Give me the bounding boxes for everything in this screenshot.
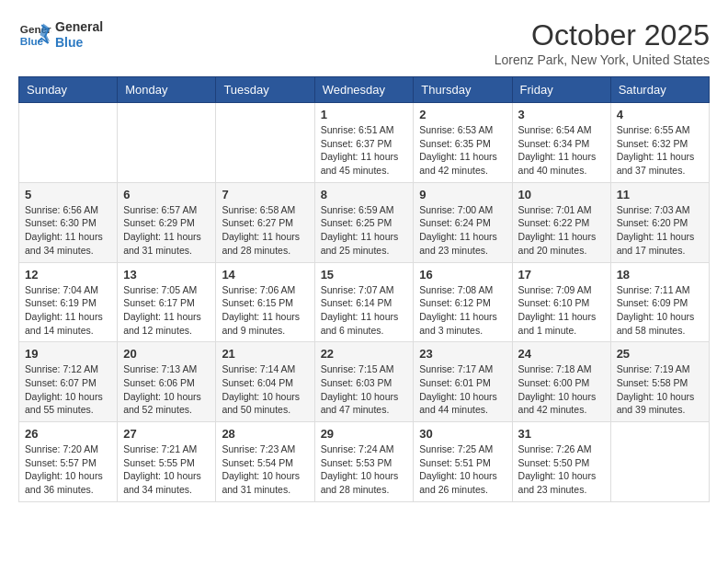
day-info: Sunrise: 6:57 AM Sunset: 6:29 PM Dayligh…	[123, 203, 210, 258]
day-info: Sunrise: 7:20 AM Sunset: 5:57 PM Dayligh…	[25, 442, 111, 497]
day-info: Sunrise: 7:03 AM Sunset: 6:20 PM Dayligh…	[617, 203, 703, 258]
weekday-header-tuesday: Tuesday	[216, 77, 314, 103]
calendar-cell: 28Sunrise: 7:23 AM Sunset: 5:54 PM Dayli…	[216, 422, 314, 502]
day-info: Sunrise: 6:58 AM Sunset: 6:27 PM Dayligh…	[222, 203, 308, 258]
calendar-cell: 25Sunrise: 7:19 AM Sunset: 5:58 PM Dayli…	[610, 342, 709, 422]
weekday-header-sunday: Sunday	[19, 77, 118, 103]
day-number: 6	[123, 188, 210, 201]
calendar-cell: 20Sunrise: 7:13 AM Sunset: 6:06 PM Dayli…	[118, 342, 216, 422]
day-number: 25	[617, 347, 703, 361]
page-header: General Blue General Blue October 2025 L…	[18, 18, 710, 67]
day-number: 22	[321, 347, 408, 361]
day-number: 10	[518, 188, 605, 201]
calendar-cell: 10Sunrise: 7:01 AM Sunset: 6:22 PM Dayli…	[512, 182, 610, 262]
day-info: Sunrise: 6:51 AM Sunset: 6:37 PM Dayligh…	[321, 123, 408, 178]
day-info: Sunrise: 7:19 AM Sunset: 5:58 PM Dayligh…	[617, 362, 703, 417]
calendar-table: SundayMondayTuesdayWednesdayThursdayFrid…	[18, 76, 710, 502]
calendar-cell: 27Sunrise: 7:21 AM Sunset: 5:55 PM Dayli…	[118, 422, 216, 502]
day-number: 30	[419, 427, 506, 441]
day-number: 19	[25, 347, 111, 361]
day-info: Sunrise: 6:59 AM Sunset: 6:25 PM Dayligh…	[321, 203, 408, 258]
weekday-header-friday: Friday	[512, 77, 610, 103]
calendar-cell: 14Sunrise: 7:06 AM Sunset: 6:15 PM Dayli…	[216, 262, 314, 342]
calendar-week-row: 19Sunrise: 7:12 AM Sunset: 6:07 PM Dayli…	[19, 342, 710, 422]
calendar-cell: 5Sunrise: 6:56 AM Sunset: 6:30 PM Daylig…	[19, 182, 118, 262]
calendar-cell: 15Sunrise: 7:07 AM Sunset: 6:14 PM Dayli…	[314, 262, 414, 342]
calendar-cell: 21Sunrise: 7:14 AM Sunset: 6:04 PM Dayli…	[216, 342, 314, 422]
day-number: 31	[518, 427, 605, 441]
day-number: 9	[419, 188, 506, 201]
day-number: 16	[419, 268, 506, 282]
calendar-cell: 2Sunrise: 6:53 AM Sunset: 6:35 PM Daylig…	[414, 103, 512, 183]
calendar-cell: 6Sunrise: 6:57 AM Sunset: 6:29 PM Daylig…	[118, 182, 216, 262]
day-info: Sunrise: 6:54 AM Sunset: 6:34 PM Dayligh…	[518, 123, 605, 178]
month-title: October 2025	[495, 18, 710, 52]
day-number: 18	[617, 268, 703, 282]
day-number: 21	[222, 347, 308, 361]
day-info: Sunrise: 7:09 AM Sunset: 6:10 PM Dayligh…	[518, 283, 605, 338]
day-number: 5	[25, 188, 111, 201]
calendar-cell: 26Sunrise: 7:20 AM Sunset: 5:57 PM Dayli…	[19, 422, 118, 502]
logo: General Blue General Blue	[18, 18, 103, 52]
day-number: 11	[617, 188, 703, 201]
day-number: 14	[222, 268, 308, 282]
calendar-cell: 23Sunrise: 7:17 AM Sunset: 6:01 PM Dayli…	[414, 342, 512, 422]
day-number: 26	[25, 427, 111, 441]
day-number: 24	[518, 347, 605, 361]
day-info: Sunrise: 7:13 AM Sunset: 6:06 PM Dayligh…	[123, 362, 210, 417]
logo-text: General Blue	[55, 19, 103, 51]
calendar-cell: 3Sunrise: 6:54 AM Sunset: 6:34 PM Daylig…	[512, 103, 610, 183]
day-number: 8	[321, 188, 408, 201]
calendar-week-row: 5Sunrise: 6:56 AM Sunset: 6:30 PM Daylig…	[19, 182, 710, 262]
location: Lorenz Park, New York, United States	[495, 52, 710, 67]
day-info: Sunrise: 7:23 AM Sunset: 5:54 PM Dayligh…	[222, 442, 308, 497]
calendar-cell: 7Sunrise: 6:58 AM Sunset: 6:27 PM Daylig…	[216, 182, 314, 262]
calendar-cell: 19Sunrise: 7:12 AM Sunset: 6:07 PM Dayli…	[19, 342, 118, 422]
calendar-cell: 4Sunrise: 6:55 AM Sunset: 6:32 PM Daylig…	[610, 103, 709, 183]
weekday-header-saturday: Saturday	[610, 77, 709, 103]
day-info: Sunrise: 7:00 AM Sunset: 6:24 PM Dayligh…	[419, 203, 506, 258]
calendar-cell: 18Sunrise: 7:11 AM Sunset: 6:09 PM Dayli…	[610, 262, 709, 342]
weekday-header-row: SundayMondayTuesdayWednesdayThursdayFrid…	[19, 77, 710, 103]
day-number: 1	[321, 108, 408, 121]
calendar-cell	[118, 103, 216, 183]
calendar-week-row: 1Sunrise: 6:51 AM Sunset: 6:37 PM Daylig…	[19, 103, 710, 183]
day-info: Sunrise: 7:08 AM Sunset: 6:12 PM Dayligh…	[419, 283, 506, 338]
day-info: Sunrise: 7:07 AM Sunset: 6:14 PM Dayligh…	[321, 283, 408, 338]
calendar-cell: 24Sunrise: 7:18 AM Sunset: 6:00 PM Dayli…	[512, 342, 610, 422]
day-info: Sunrise: 7:04 AM Sunset: 6:19 PM Dayligh…	[25, 283, 111, 338]
day-info: Sunrise: 7:26 AM Sunset: 5:50 PM Dayligh…	[518, 442, 605, 497]
day-number: 15	[321, 268, 408, 282]
calendar-cell: 12Sunrise: 7:04 AM Sunset: 6:19 PM Dayli…	[19, 262, 118, 342]
calendar-week-row: 12Sunrise: 7:04 AM Sunset: 6:19 PM Dayli…	[19, 262, 710, 342]
calendar-cell: 22Sunrise: 7:15 AM Sunset: 6:03 PM Dayli…	[314, 342, 414, 422]
day-number: 29	[321, 427, 408, 441]
day-info: Sunrise: 6:53 AM Sunset: 6:35 PM Dayligh…	[419, 123, 506, 178]
calendar-cell: 13Sunrise: 7:05 AM Sunset: 6:17 PM Dayli…	[118, 262, 216, 342]
day-info: Sunrise: 6:55 AM Sunset: 6:32 PM Dayligh…	[617, 123, 703, 178]
day-info: Sunrise: 7:05 AM Sunset: 6:17 PM Dayligh…	[123, 283, 210, 338]
day-number: 27	[123, 427, 210, 441]
title-area: October 2025 Lorenz Park, New York, Unit…	[495, 18, 710, 67]
day-number: 2	[419, 108, 506, 121]
day-info: Sunrise: 7:17 AM Sunset: 6:01 PM Dayligh…	[419, 362, 506, 417]
day-info: Sunrise: 7:24 AM Sunset: 5:53 PM Dayligh…	[321, 442, 408, 497]
calendar-cell: 30Sunrise: 7:25 AM Sunset: 5:51 PM Dayli…	[414, 422, 512, 502]
day-number: 13	[123, 268, 210, 282]
day-number: 28	[222, 427, 308, 441]
day-info: Sunrise: 7:12 AM Sunset: 6:07 PM Dayligh…	[25, 362, 111, 417]
calendar-cell: 1Sunrise: 6:51 AM Sunset: 6:37 PM Daylig…	[314, 103, 414, 183]
calendar-cell: 11Sunrise: 7:03 AM Sunset: 6:20 PM Dayli…	[610, 182, 709, 262]
calendar-cell: 31Sunrise: 7:26 AM Sunset: 5:50 PM Dayli…	[512, 422, 610, 502]
day-number: 4	[617, 108, 703, 121]
day-info: Sunrise: 7:11 AM Sunset: 6:09 PM Dayligh…	[617, 283, 703, 338]
day-info: Sunrise: 7:06 AM Sunset: 6:15 PM Dayligh…	[222, 283, 308, 338]
logo-icon: General Blue	[18, 18, 51, 52]
calendar-cell	[610, 422, 709, 502]
calendar-cell: 16Sunrise: 7:08 AM Sunset: 6:12 PM Dayli…	[414, 262, 512, 342]
day-number: 3	[518, 108, 605, 121]
day-info: Sunrise: 7:15 AM Sunset: 6:03 PM Dayligh…	[321, 362, 408, 417]
calendar-cell: 29Sunrise: 7:24 AM Sunset: 5:53 PM Dayli…	[314, 422, 414, 502]
day-number: 23	[419, 347, 506, 361]
day-info: Sunrise: 7:14 AM Sunset: 6:04 PM Dayligh…	[222, 362, 308, 417]
